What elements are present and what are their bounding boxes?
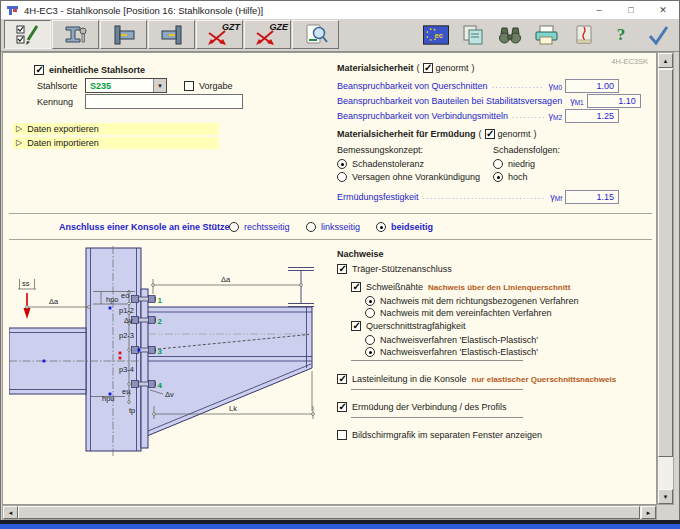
- elastisch-elastisch-radio[interactable]: [365, 347, 375, 357]
- export-label: Daten exportieren: [27, 124, 99, 134]
- paren: ): [472, 63, 475, 73]
- kennung-input[interactable]: [85, 94, 243, 109]
- material-safety-title: Materialsicherheit: [337, 63, 414, 73]
- schweiss-label: Schweißnähte: [366, 282, 423, 292]
- schadenstoleranz-radio[interactable]: [337, 159, 347, 169]
- scrollbar-corner: [657, 505, 674, 520]
- module-watermark: 4H-EC3SK: [611, 57, 648, 66]
- print-button[interactable]: [534, 24, 560, 46]
- help-button[interactable]: ?: [608, 24, 634, 46]
- beidseitig-radio[interactable]: [376, 222, 386, 232]
- linksseitig-radio[interactable]: [306, 222, 316, 232]
- fatigue-strength-value[interactable]: 1.15: [565, 190, 619, 204]
- copy-button[interactable]: [460, 24, 486, 46]
- querschnitt-row: Querschnittstragfähigkeit: [351, 320, 466, 332]
- concept-label: Bemessungskonzept:: [337, 145, 423, 155]
- lasteinleitung-checkbox[interactable]: [337, 374, 347, 384]
- consequence-label: Schadensfolgen:: [493, 145, 560, 155]
- grade-label: Stahlsorte: [37, 81, 78, 91]
- material-genormt-checkbox[interactable]: [423, 63, 433, 73]
- help-icon: ?: [617, 25, 626, 45]
- gamma-m1-value[interactable]: 1.10: [587, 94, 641, 108]
- dim-dv-bottom: Δv: [165, 390, 174, 399]
- horizontal-scroll-thumb[interactable]: [18, 506, 640, 519]
- connection-left-button[interactable]: [100, 20, 147, 49]
- scroll-up-icon[interactable]: ▲: [658, 53, 673, 68]
- schweiss-checkbox[interactable]: [351, 282, 361, 292]
- gamma-m0-row: Beanspruchbarkeit von Querschnitten ....…: [337, 79, 619, 92]
- connection-right-button[interactable]: [148, 20, 195, 49]
- consequence-option-1: niedrig: [493, 158, 535, 170]
- bildschirm-row: Bildschirmgrafik im separaten Fenster an…: [337, 429, 542, 441]
- dim-da-right: Δa: [221, 275, 231, 284]
- window-bottom-accent: [0, 524, 680, 529]
- scroll-right-icon[interactable]: ►: [641, 506, 656, 519]
- fatigue-strength-row: Ermüdungsfestigkeit ....................…: [337, 190, 619, 203]
- nachweise-title: Nachweise: [337, 249, 384, 259]
- toolbar: GZT GZE: [1, 19, 679, 52]
- view-results-button[interactable]: [292, 20, 339, 49]
- close-button[interactable]: ✕: [647, 1, 679, 19]
- scroll-down-icon[interactable]: ▼: [658, 489, 673, 504]
- fatigue-genormt-checkbox[interactable]: [485, 129, 495, 139]
- consequence-option-2: hoch: [493, 171, 528, 183]
- gze-label: GZE: [269, 22, 288, 32]
- divider: [351, 360, 523, 361]
- lasteinleitung-row: Lasteinleitung in die Konsole nur elasti…: [337, 373, 616, 385]
- niedrig-radio[interactable]: [493, 159, 503, 169]
- horizontal-scrollbar[interactable]: ◄ ►: [2, 505, 657, 520]
- traeger-checkbox[interactable]: [337, 264, 347, 274]
- fatigue-strength-label: Ermüdungsfestigkeit: [337, 192, 419, 202]
- copy-icon: [461, 24, 485, 46]
- vorgabe-checkbox[interactable]: [184, 81, 194, 91]
- uniform-steel-checkbox[interactable]: [34, 65, 44, 75]
- maximize-button[interactable]: □: [615, 1, 647, 19]
- gamma-m2-value[interactable]: 1.25: [565, 109, 619, 123]
- querschnitt-checkbox[interactable]: [351, 321, 361, 331]
- elastisch-plastisch-radio[interactable]: [365, 335, 375, 345]
- gze-button[interactable]: GZE: [244, 20, 291, 49]
- schadenstoleranz-label: Schadenstoleranz: [352, 159, 424, 169]
- concept-option-2: Versagen ohne Vorankündigung: [337, 171, 480, 183]
- querschnitt-option-1: Nachweisverfahren 'Elastisch-Plastisch': [365, 334, 538, 346]
- lasteinleitung-note: nur elastischer Querschnittsnachweis: [472, 375, 617, 384]
- gamma-m0-value[interactable]: 1.00: [565, 79, 619, 93]
- uniform-steel-row: einheitliche Stahlsorte: [34, 64, 145, 76]
- scroll-left-icon[interactable]: ◄: [3, 506, 18, 519]
- eurocode-button[interactable]: ec: [423, 24, 449, 46]
- dim-p12: p1-2: [119, 306, 134, 315]
- search-button[interactable]: [497, 24, 523, 46]
- richtungsbezogen-radio[interactable]: [365, 296, 375, 306]
- gamma-symbol: γ: [570, 96, 575, 106]
- confirm-button[interactable]: [645, 24, 671, 46]
- material-safety-header: Materialsicherheit ( genormt ): [337, 62, 475, 74]
- vertical-scroll-thumb[interactable]: [658, 69, 673, 457]
- ermuedung-label: Ermüdung der Verbindung / des Profils: [352, 402, 507, 412]
- kennung-label: Kennung: [37, 97, 73, 107]
- dim-lk: Lk: [229, 404, 237, 413]
- vertical-scrollbar[interactable]: ▲ ▼: [657, 52, 674, 505]
- delete-icon: [572, 24, 596, 46]
- export-data-link[interactable]: ▷ Daten exportieren: [13, 123, 219, 135]
- binoculars-icon: [497, 24, 523, 46]
- fatigue-safety-header: Materialsicherheit für Ermüdung ( genorm…: [337, 128, 537, 140]
- app-icon: [6, 4, 19, 17]
- ermuedung-checkbox[interactable]: [337, 402, 347, 412]
- hoch-radio[interactable]: [493, 172, 503, 182]
- beidseitig-label: beidseitig: [391, 222, 433, 232]
- input-params-button[interactable]: [4, 20, 51, 49]
- elastisch-elastisch-label: Nachweisverfahren 'Elastisch-Elastisch': [380, 347, 538, 357]
- delete-button[interactable]: [571, 24, 597, 46]
- minimize-button[interactable]: –: [583, 1, 615, 19]
- profile-button[interactable]: [52, 20, 99, 49]
- gzt-button[interactable]: GZT: [196, 20, 243, 49]
- import-data-link[interactable]: ▷ Daten importieren: [13, 137, 219, 149]
- stahlsorte-select[interactable]: S235 ▼: [85, 78, 167, 93]
- chevron-down-icon[interactable]: ▼: [153, 79, 166, 92]
- beam-section-symbol: [288, 268, 314, 307]
- bildschirm-checkbox[interactable]: [337, 430, 347, 440]
- versagen-radio[interactable]: [337, 172, 347, 182]
- vereinfacht-radio[interactable]: [365, 308, 375, 318]
- paren: ): [534, 129, 537, 139]
- rechtsseitig-radio[interactable]: [229, 222, 239, 232]
